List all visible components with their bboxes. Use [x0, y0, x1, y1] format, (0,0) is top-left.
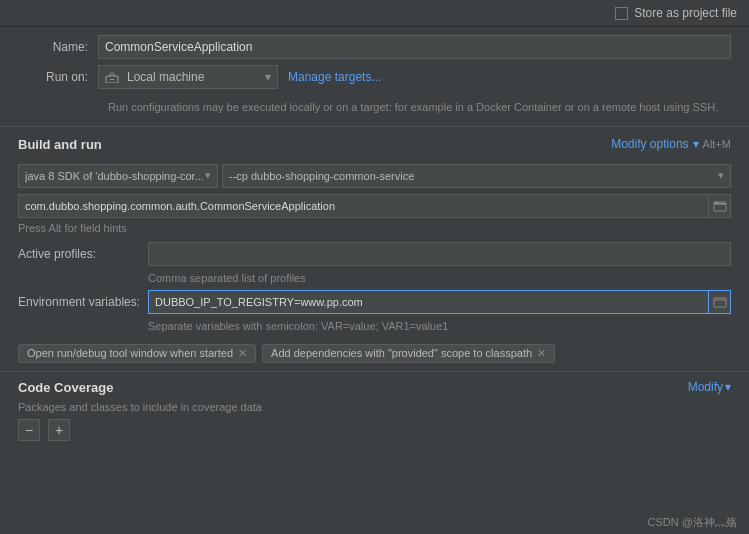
tag-1-label: Add dependencies with "provided" scope t… [271, 347, 532, 359]
modify-options-label: Modify options [611, 137, 688, 151]
run-on-arrow: ▾ [265, 70, 271, 84]
coverage-modify-label: Modify [688, 380, 723, 394]
sdk-dropdown[interactable]: java 8 SDK of 'dubbo-shopping-cor... ▾ [18, 164, 218, 188]
add-icon: + [55, 422, 63, 438]
remove-coverage-btn[interactable]: − [18, 419, 40, 441]
hint-text: Press Alt for field hints [0, 222, 749, 242]
watermark-text: CSDN @洛神灬殇 [648, 516, 737, 528]
run-on-value: Local machine [127, 70, 204, 84]
modify-options-shortcut: Alt+M [703, 138, 731, 150]
store-project-label: Store as project file [634, 6, 737, 20]
modify-options-arrow: ▾ [693, 137, 699, 151]
sdk-module-row: java 8 SDK of 'dubbo-shopping-cor... ▾ -… [0, 164, 749, 188]
profiles-label: Active profiles: [18, 247, 148, 261]
store-project-checkbox[interactable] [615, 7, 628, 20]
remove-icon: − [25, 422, 33, 438]
store-project-area: Store as project file [615, 6, 737, 20]
env-label: Environment variables: [18, 295, 148, 309]
build-section-title: Build and run [18, 137, 102, 152]
coverage-header: Code Coverage Modify ▾ [0, 376, 749, 399]
coverage-title: Code Coverage [18, 380, 113, 395]
class-row [0, 194, 749, 218]
tag-0: Open run/debug tool window when started … [18, 344, 256, 363]
coverage-modify-btn[interactable]: Modify ▾ [688, 380, 731, 394]
tags-row: Open run/debug tool window when started … [0, 340, 749, 371]
add-coverage-btn[interactable]: + [48, 419, 70, 441]
env-browse-btn[interactable] [709, 290, 731, 314]
tag-1-close[interactable]: ✕ [537, 347, 546, 360]
svg-rect-3 [714, 298, 726, 307]
run-on-info: Run configurations may be executed local… [18, 95, 731, 122]
env-input[interactable] [148, 290, 709, 314]
modify-options-btn[interactable]: Modify options ▾ Alt+M [611, 137, 731, 151]
module-value: --cp dubbo-shopping-common-service [229, 170, 414, 182]
manage-targets-link[interactable]: Manage targets... [288, 70, 381, 84]
env-row: Environment variables: [0, 290, 749, 314]
tag-0-label: Open run/debug tool window when started [27, 347, 233, 359]
tag-0-close[interactable]: ✕ [238, 347, 247, 360]
tag-1: Add dependencies with "provided" scope t… [262, 344, 555, 363]
class-input[interactable] [18, 194, 709, 218]
run-on-row: Run on: Local machine ▾ Manage targets..… [18, 65, 731, 89]
sdk-arrow: ▾ [205, 169, 211, 182]
build-section-header: Build and run Modify options ▾ Alt+M [0, 133, 749, 156]
name-label: Name: [18, 40, 98, 54]
main-container: Store as project file Name: Run on: Loca… [0, 0, 749, 534]
divider-1 [0, 126, 749, 127]
profiles-row: Active profiles: [0, 242, 749, 266]
run-on-label: Run on: [18, 70, 98, 84]
watermark: CSDN @洛神灬殇 [636, 511, 749, 534]
svg-rect-1 [110, 79, 114, 80]
name-input[interactable] [98, 35, 731, 59]
name-row: Name: [18, 35, 731, 59]
local-machine-icon [105, 72, 119, 83]
module-dropdown[interactable]: --cp dubbo-shopping-common-service ▾ [222, 164, 731, 188]
form-section: Name: Run on: Local machine ▾ Manage tar… [0, 27, 749, 122]
run-on-dropdown[interactable]: Local machine ▾ [98, 65, 278, 89]
profiles-hint: Comma separated list of profiles [0, 270, 749, 290]
sdk-value: java 8 SDK of 'dubbo-shopping-cor... [25, 170, 204, 182]
class-browse-btn[interactable] [709, 194, 731, 218]
env-hint: Separate variables with semicolon: VAR=v… [0, 318, 749, 340]
coverage-section: Code Coverage Modify ▾ Packages and clas… [0, 371, 749, 445]
coverage-modify-arrow: ▾ [725, 380, 731, 394]
folder-icon [713, 199, 727, 213]
coverage-tools: − + [0, 415, 749, 445]
profiles-input[interactable] [148, 242, 731, 266]
top-bar: Store as project file [0, 0, 749, 27]
env-folder-icon [713, 295, 727, 309]
module-arrow: ▾ [718, 169, 724, 182]
packages-text: Packages and classes to include in cover… [0, 399, 749, 415]
